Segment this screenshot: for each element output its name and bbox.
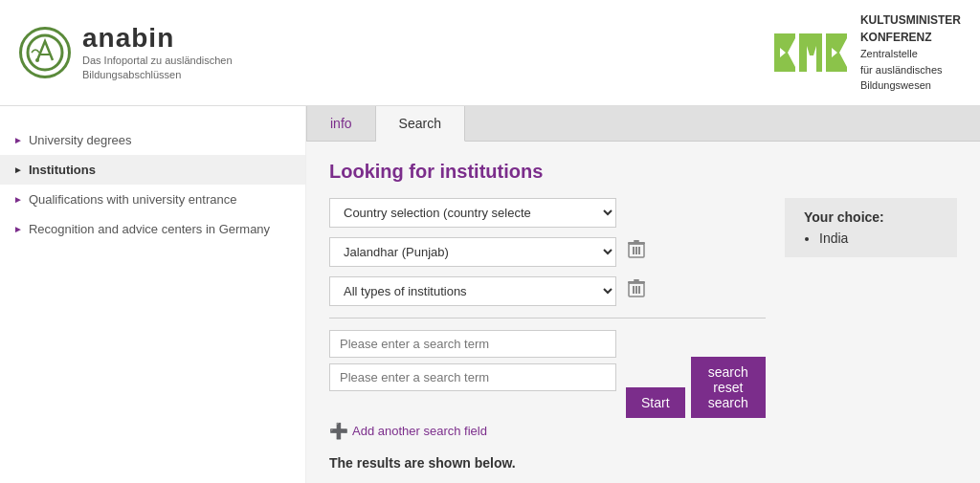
trash-icon [628, 240, 645, 259]
svg-rect-18 [628, 281, 645, 284]
svg-point-1 [35, 58, 39, 62]
arrow-icon-qualifications: ► [13, 194, 23, 205]
sidebar-item-university-degrees[interactable]: ► University degrees [0, 125, 305, 155]
content-inner: Looking for institutions Country selecti… [306, 142, 980, 484]
header: anabin Das Infoportal zu ausländischen B… [0, 0, 980, 106]
svg-rect-19 [634, 279, 639, 281]
search-buttons: Start search reset search [626, 330, 766, 418]
svg-rect-13 [634, 240, 639, 242]
your-choice-box: Your choice: India [785, 198, 957, 257]
add-field-label: Add another search field [352, 424, 487, 438]
your-choice-title: Your choice: [804, 209, 938, 225]
plus-icon: ➕ [329, 422, 348, 440]
svg-rect-15 [633, 286, 635, 294]
tabs-bar: info Search [306, 106, 980, 142]
svg-rect-2 [774, 33, 780, 72]
svg-marker-7 [832, 33, 847, 72]
country-select[interactable]: Country selection (country selecte [329, 198, 616, 228]
kmk-subtitle-line3: Bildungswesen [860, 79, 931, 91]
kmk-subtitle-line1: Zentralstelle [860, 48, 918, 59]
city-row: Jalandhar (Punjab) [329, 237, 766, 267]
content-left: Country selection (country selecte Jalan… [329, 198, 766, 471]
sidebar-label-university: University degrees [29, 133, 132, 147]
sidebar-label-qualifications: Qualifications with university entrance [29, 192, 237, 207]
search-input-2[interactable] [329, 363, 616, 391]
section-title: Looking for institutions [329, 161, 957, 183]
search-input-1[interactable] [329, 330, 616, 358]
start-button[interactable]: Start [626, 387, 685, 418]
kmk-title-line2: KONFERENZ [860, 31, 932, 44]
tab-info[interactable]: info [306, 106, 376, 141]
svg-rect-12 [628, 242, 645, 245]
svg-rect-11 [638, 247, 640, 254]
country-row: Country selection (country selecte [329, 198, 766, 228]
tab-search-label: Search [399, 116, 441, 131]
svg-marker-5 [799, 33, 822, 72]
search-fields-area: Start search reset search [329, 330, 766, 418]
svg-rect-16 [635, 286, 637, 294]
svg-rect-17 [638, 286, 640, 294]
reset-button[interactable]: search reset search [691, 357, 766, 418]
sidebar-item-institutions[interactable]: ► Institutions [0, 155, 305, 185]
kmk-description: KULTUSMINISTER KONFERENZ Zentralstelle f… [860, 11, 961, 94]
logo-subtitle-line2: Bildungsabschlüssen [82, 68, 233, 81]
sidebar-item-qualifications[interactable]: ► Qualifications with university entranc… [0, 185, 305, 214]
sidebar-item-recognition[interactable]: ► Recognition and advice centers in Germ… [0, 214, 305, 244]
arrow-icon-university: ► [13, 135, 23, 145]
institution-type-select[interactable]: All types of institutions [329, 276, 616, 306]
sidebar-label-institutions: Institutions [29, 163, 96, 177]
divider [329, 318, 766, 318]
results-text: The results are shown below. [329, 455, 766, 471]
svg-marker-3 [780, 33, 795, 72]
sidebar-label-recognition: Recognition and advice centers in German… [29, 222, 270, 236]
trash-icon-2 [628, 279, 645, 298]
main-layout: ► University degrees ► Institutions ► Qu… [0, 106, 980, 484]
svg-rect-6 [826, 33, 832, 72]
add-field-button[interactable]: ➕ Add another search field [329, 422, 766, 440]
search-inputs [329, 330, 616, 391]
page-wrapper: anabin Das Infoportal zu ausländischen B… [0, 0, 980, 483]
anabin-logo-icon [19, 27, 71, 78]
institution-type-delete-button[interactable] [624, 277, 649, 304]
site-name: anabin [82, 23, 233, 54]
tab-search[interactable]: Search [376, 106, 465, 142]
svg-rect-9 [633, 247, 635, 254]
tab-info-label: info [330, 116, 352, 131]
logo-subtitle-line1: Das Infoportal zu ausländischen [82, 54, 233, 67]
kmk-title-line1: KULTUSMINISTER [860, 13, 961, 27]
logo-text: anabin Das Infoportal zu ausländischen B… [82, 23, 233, 81]
svg-rect-10 [635, 247, 637, 254]
logo-area: anabin Das Infoportal zu ausländischen B… [19, 23, 233, 81]
kmk-logo: KULTUSMINISTER KONFERENZ Zentralstelle f… [774, 11, 961, 94]
your-choice-list: India [804, 231, 938, 246]
content-area: info Search Looking for institutions Cou… [306, 106, 980, 484]
kmk-subtitle-line2: für ausländisches [860, 64, 943, 76]
choice-item-india: India [819, 231, 938, 246]
city-select[interactable]: Jalandhar (Punjab) [329, 237, 616, 267]
content-flex: Country selection (country selecte Jalan… [329, 198, 957, 471]
institution-type-row: All types of institutions [329, 276, 766, 306]
arrow-icon-recognition: ► [13, 224, 23, 234]
kmk-graphic [774, 29, 851, 77]
sidebar: ► University degrees ► Institutions ► Qu… [0, 106, 306, 484]
content-right: Your choice: India [785, 198, 957, 471]
city-delete-button[interactable] [624, 238, 649, 265]
arrow-icon-institutions: ► [13, 165, 23, 175]
